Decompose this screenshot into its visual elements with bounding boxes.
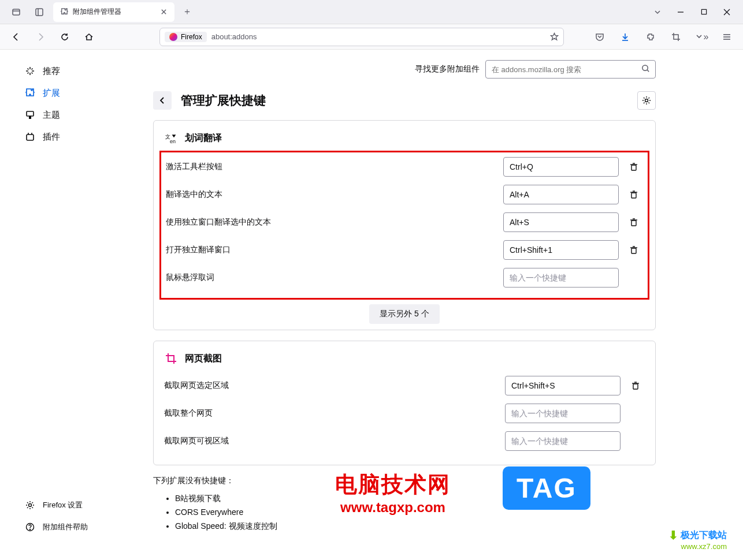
svg-rect-18 <box>27 135 34 140</box>
puzzle-icon <box>24 87 36 99</box>
right-toolbar: » <box>590 28 736 46</box>
reload-button[interactable] <box>55 28 74 46</box>
navbar: Firefox about:addons » <box>0 24 743 50</box>
shortcut-input[interactable] <box>503 185 619 204</box>
highlight-box: 激活工具栏按钮 翻译选中的文本 使用独立窗口翻译选中的文本 打开独立翻译窗口 <box>159 151 649 300</box>
firefox-logo-icon <box>169 33 177 41</box>
shortcut-label: 截取网页可视区域 <box>164 436 505 446</box>
forward-button[interactable] <box>31 28 50 46</box>
identity-label: Firefox <box>181 33 202 41</box>
svg-rect-0 <box>13 9 20 15</box>
list-item: Global Speed: 视频速度控制 <box>175 520 656 533</box>
url-bar[interactable]: Firefox about:addons <box>159 28 564 46</box>
crop-icon[interactable] <box>667 28 685 46</box>
new-tab-button[interactable]: ＋ <box>179 4 195 20</box>
titlebar: 附加组件管理器 ＋ <box>0 0 743 24</box>
help-icon <box>24 521 36 533</box>
svg-line-25 <box>647 70 649 72</box>
overflow-icon[interactable]: » <box>692 28 711 46</box>
trash-icon[interactable] <box>625 213 643 232</box>
pocket-icon[interactable] <box>590 28 609 46</box>
shortcut-input[interactable] <box>503 268 619 288</box>
search-input[interactable] <box>485 60 656 79</box>
watermark-tagxp: 电脑技术网 www.tagxp.com <box>335 470 451 516</box>
sidebar-item-plugins[interactable]: 插件 <box>24 126 142 148</box>
shortcut-label: 截取整个网页 <box>164 408 505 419</box>
sidebar: 推荐 扩展 主题 插件 Firefox 设置 附加组件帮助 <box>0 50 142 560</box>
download-arrow-icon: ⬇ <box>668 528 678 542</box>
trash-icon[interactable] <box>625 185 643 204</box>
svg-rect-2 <box>36 9 43 16</box>
search-label: 寻找更多附加组件 <box>415 64 480 74</box>
search-row: 寻找更多附加组件 <box>153 50 656 89</box>
svg-rect-29 <box>631 165 636 170</box>
shortcut-row: 鼠标悬浮取词 <box>166 268 643 288</box>
shortcut-row: 截取网页可视区域 <box>164 431 645 451</box>
back-button[interactable] <box>7 28 25 46</box>
trash-icon[interactable] <box>625 241 643 259</box>
plugin-icon <box>24 131 36 143</box>
trash-icon[interactable] <box>625 158 643 176</box>
svg-point-23 <box>29 529 30 529</box>
extension-name: 划词翻译 <box>185 132 222 144</box>
brush-icon <box>24 109 36 121</box>
sidebar-label: 主题 <box>43 110 60 121</box>
svg-rect-35 <box>631 221 636 226</box>
svg-point-24 <box>642 65 648 70</box>
window-controls <box>648 4 743 20</box>
sidebar-item-settings[interactable]: Firefox 设置 <box>24 494 142 516</box>
svg-point-26 <box>645 99 648 102</box>
download-icon[interactable] <box>616 28 634 46</box>
watermark-xz7: ⬇极光下载站 www.xz7.com <box>668 528 727 551</box>
shortcut-row: 截取整个网页 <box>164 404 645 423</box>
gear-icon <box>24 499 36 511</box>
shortcut-input[interactable] <box>503 157 619 177</box>
shortcut-input[interactable] <box>503 212 619 232</box>
puzzle-icon <box>59 8 68 17</box>
shortcut-input[interactable] <box>503 240 619 260</box>
shortcut-input[interactable] <box>505 431 621 451</box>
back-button[interactable] <box>153 91 172 110</box>
maximize-button[interactable] <box>694 4 713 20</box>
shortcut-input[interactable] <box>505 404 621 423</box>
sidebar-label: Firefox 设置 <box>43 500 83 510</box>
extension-card-translate: 文en 划词翻译 激活工具栏按钮 翻译选中的文本 使用独立窗口翻译选中的文本 <box>153 120 656 330</box>
show-more-row: 显示另外 5 个 <box>164 304 645 324</box>
shortcut-row: 使用独立窗口翻译选中的文本 <box>166 212 643 232</box>
shortcut-input[interactable] <box>505 376 621 395</box>
sidebar-item-extensions[interactable]: 扩展 <box>24 82 142 104</box>
close-icon[interactable] <box>158 7 169 17</box>
watermark-url: www.xz7.com <box>668 542 727 551</box>
watermark-text: 电脑技术网 <box>335 470 451 499</box>
page-title: 管理扩展快捷键 <box>181 92 628 109</box>
search-icon <box>641 64 650 73</box>
chevron-down-icon[interactable] <box>648 9 667 16</box>
show-more-button[interactable]: 显示另外 5 个 <box>369 304 440 324</box>
svg-rect-38 <box>631 248 636 253</box>
sidebar-item-help[interactable]: 附加组件帮助 <box>24 516 142 538</box>
sidebar-item-themes[interactable]: 主题 <box>24 104 142 126</box>
recent-history-icon[interactable] <box>7 3 25 21</box>
app-menu-icon[interactable] <box>718 28 736 46</box>
settings-button[interactable] <box>637 91 656 110</box>
page-header: 管理扩展快捷键 <box>153 91 656 110</box>
sidebar-item-recommend[interactable]: 推荐 <box>24 60 142 82</box>
trash-icon[interactable] <box>626 376 645 395</box>
bookmark-star-icon[interactable] <box>550 32 559 41</box>
svg-rect-41 <box>633 384 638 389</box>
watermark-text: 极光下载站 <box>681 529 727 542</box>
window-close-button[interactable] <box>718 4 736 20</box>
extension-name: 网页截图 <box>185 353 222 365</box>
shortcut-row: 翻译选中的文本 <box>166 185 643 204</box>
shortcut-label: 翻译选中的文本 <box>166 189 503 200</box>
tab-strip: 附加组件管理器 ＋ <box>0 0 195 24</box>
home-button[interactable] <box>80 28 98 46</box>
sidebar-toggle-icon[interactable] <box>30 3 49 21</box>
tag-badge: TAG <box>503 466 590 510</box>
browser-tab[interactable]: 附加组件管理器 <box>53 2 174 22</box>
identity-pill[interactable]: Firefox <box>165 32 207 42</box>
extensions-icon[interactable] <box>641 28 660 46</box>
minimize-button[interactable] <box>671 4 690 20</box>
svg-rect-16 <box>27 111 34 116</box>
shortcut-label: 使用独立窗口翻译选中的文本 <box>166 217 503 227</box>
